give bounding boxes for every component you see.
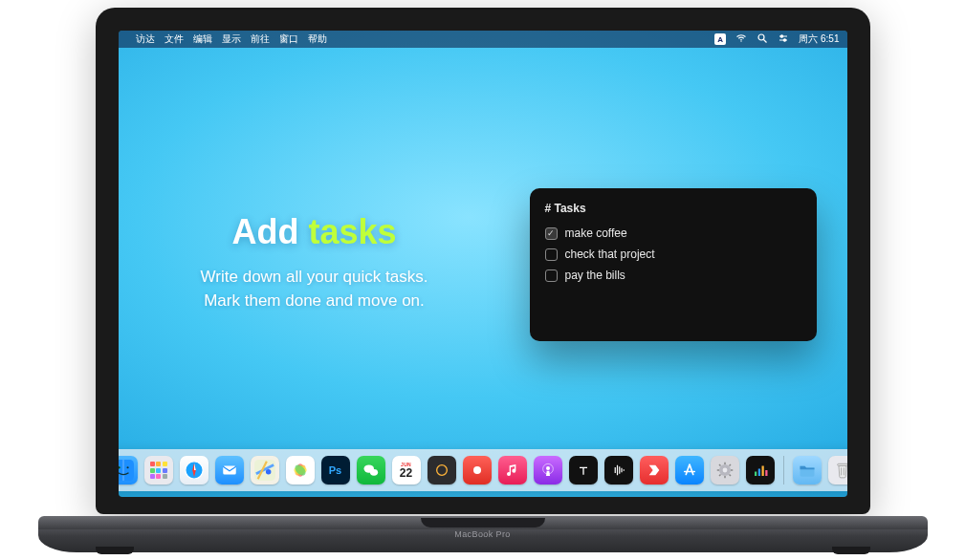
dock-mail-icon[interactable] bbox=[215, 456, 244, 485]
svg-rect-47 bbox=[761, 466, 763, 477]
task-row[interactable]: ✓ make coffee bbox=[545, 223, 801, 244]
svg-point-11 bbox=[126, 466, 128, 468]
calendar-day: 22 bbox=[400, 467, 412, 479]
menu-edit[interactable]: 编辑 bbox=[193, 32, 212, 46]
dock-news-icon[interactable] bbox=[640, 456, 669, 485]
wifi-icon[interactable] bbox=[735, 32, 747, 46]
laptop-frame: 访达 文件 编辑 显示 前往 窗口 帮助 A bbox=[38, 8, 928, 552]
svg-rect-45 bbox=[755, 472, 757, 477]
laptop-foot bbox=[832, 547, 870, 554]
svg-rect-16 bbox=[223, 466, 236, 475]
checkbox-icon[interactable]: ✓ bbox=[545, 227, 558, 240]
promo-block: Add tasks Write down all your quick task… bbox=[157, 212, 472, 312]
menu-app-name[interactable]: 访达 bbox=[136, 32, 155, 46]
laptop-base: MacBook Pro bbox=[38, 526, 928, 552]
svg-point-0 bbox=[741, 41, 742, 42]
promo-subtitle: Write down all your quick tasks. Mark th… bbox=[157, 266, 472, 312]
dock-podcasts-icon[interactable] bbox=[534, 456, 562, 485]
dock-calendar-icon[interactable]: JUN 22 bbox=[392, 456, 421, 485]
svg-line-44 bbox=[729, 464, 731, 466]
checkbox-icon[interactable] bbox=[545, 269, 558, 282]
svg-rect-7 bbox=[119, 460, 134, 481]
input-source-icon[interactable]: A bbox=[714, 33, 726, 45]
svg-point-1 bbox=[758, 34, 764, 40]
menu-help[interactable]: 帮助 bbox=[308, 32, 327, 46]
svg-rect-49 bbox=[837, 463, 846, 465]
promo-title: Add tasks bbox=[157, 212, 472, 252]
svg-point-36 bbox=[722, 468, 727, 473]
svg-rect-48 bbox=[765, 470, 767, 476]
dock-finder-icon[interactable] bbox=[119, 456, 138, 485]
dock-settings-icon[interactable] bbox=[711, 456, 739, 485]
promo-line-2: Mark them done and move on. bbox=[204, 291, 425, 310]
menu-file[interactable]: 文件 bbox=[164, 32, 184, 46]
dock-photos-icon[interactable] bbox=[286, 456, 315, 485]
svg-point-26 bbox=[473, 466, 481, 474]
checkbox-icon[interactable] bbox=[545, 248, 558, 261]
laptop-model-label: MacBook Pro bbox=[454, 529, 510, 539]
dock-maps-icon[interactable] bbox=[251, 456, 279, 485]
dock-music-icon[interactable] bbox=[498, 456, 527, 485]
svg-point-4 bbox=[781, 35, 784, 38]
tasks-window[interactable]: # Tasks ✓ make coffee check that project… bbox=[530, 188, 817, 341]
menu-window[interactable]: 窗口 bbox=[279, 32, 298, 46]
desktop-screen: 访达 文件 编辑 显示 前往 窗口 帮助 A bbox=[119, 31, 847, 497]
dock-tv-icon[interactable] bbox=[569, 456, 598, 485]
control-center-icon[interactable] bbox=[778, 32, 789, 46]
task-row[interactable]: check that project bbox=[545, 244, 801, 265]
svg-line-41 bbox=[719, 464, 721, 466]
spotlight-icon[interactable] bbox=[757, 32, 768, 46]
menu-view[interactable]: 显示 bbox=[222, 32, 241, 46]
screen-bezel: 访达 文件 编辑 显示 前往 窗口 帮助 A bbox=[96, 8, 870, 514]
dock-app-dark-icon[interactable] bbox=[428, 456, 456, 485]
menu-clock[interactable]: 周六 6:51 bbox=[799, 32, 839, 46]
dock-safari-icon[interactable] bbox=[180, 456, 208, 485]
dock-downloads-folder-icon[interactable] bbox=[793, 456, 822, 485]
task-label: pay the bills bbox=[565, 269, 625, 282]
menu-go[interactable]: 前往 bbox=[251, 32, 270, 46]
dock-voice-memos-icon[interactable] bbox=[604, 456, 633, 485]
dock-stocks-icon[interactable] bbox=[746, 456, 775, 485]
promo-title-word-1: Add bbox=[231, 212, 308, 251]
promo-title-word-2: tasks bbox=[308, 212, 396, 251]
dock-separator bbox=[783, 456, 784, 485]
laptop-foot bbox=[96, 547, 134, 554]
menu-bar: 访达 文件 编辑 显示 前往 窗口 帮助 A bbox=[119, 31, 847, 48]
svg-point-25 bbox=[436, 465, 447, 476]
dock-app-red-icon[interactable] bbox=[463, 456, 492, 485]
dock-launchpad-icon[interactable] bbox=[144, 456, 173, 485]
svg-line-2 bbox=[764, 40, 767, 43]
dock-photoshop-icon[interactable]: Ps bbox=[321, 456, 350, 485]
svg-line-43 bbox=[719, 475, 721, 477]
task-row[interactable]: pay the bills bbox=[545, 265, 801, 286]
promo-line-1: Write down all your quick tasks. bbox=[201, 268, 428, 286]
svg-point-6 bbox=[784, 39, 787, 42]
svg-point-27 bbox=[546, 466, 550, 470]
task-label: make coffee bbox=[565, 226, 627, 240]
dock-trash-icon[interactable] bbox=[828, 456, 847, 485]
svg-rect-46 bbox=[757, 469, 759, 477]
tasks-window-title: # Tasks bbox=[545, 202, 801, 215]
svg-point-24 bbox=[369, 469, 377, 476]
svg-line-42 bbox=[729, 475, 731, 477]
dock: Ps JUN 22 bbox=[119, 449, 847, 491]
task-label: check that project bbox=[565, 248, 655, 261]
dock-wechat-icon[interactable] bbox=[357, 456, 385, 485]
svg-point-18 bbox=[265, 469, 271, 475]
trackpad-notch bbox=[421, 518, 545, 528]
dock-appstore-icon[interactable] bbox=[675, 456, 704, 485]
